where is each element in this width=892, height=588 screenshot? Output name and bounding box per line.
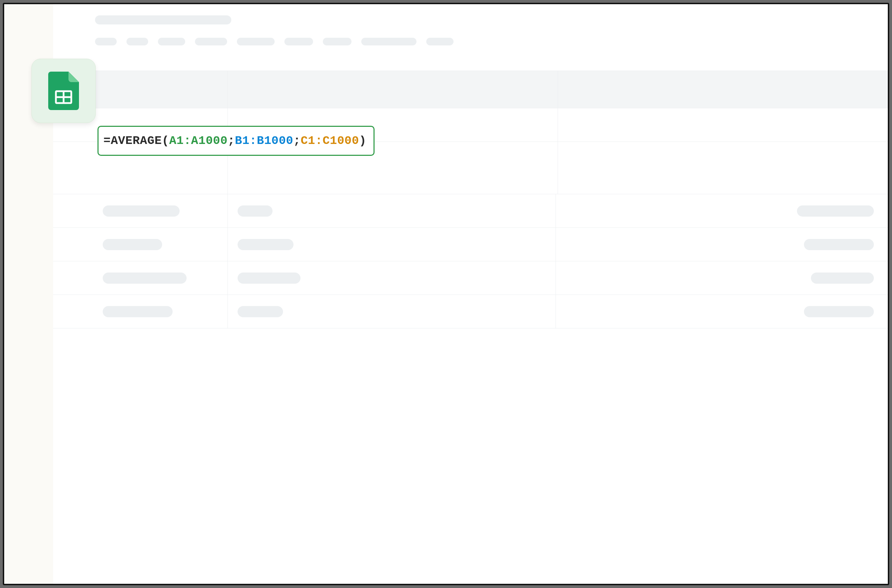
menu-placeholder	[285, 38, 313, 45]
menu-placeholder	[195, 38, 227, 45]
cell-placeholder	[103, 206, 180, 217]
column-header[interactable]	[558, 71, 888, 108]
app-frame: =AVERAGE(A1:A1000; B1:B1000; C1:C1000)	[3, 3, 889, 585]
main-area: =AVERAGE(A1:A1000; B1:B1000; C1:C1000)	[53, 4, 888, 584]
formula-cell[interactable]: =AVERAGE(A1:A1000; B1:B1000; C1:C1000)	[97, 126, 375, 156]
formula-prefix: =AVERAGE(	[103, 134, 169, 147]
menu-row	[95, 38, 888, 45]
spreadsheet-grid: =AVERAGE(A1:A1000; B1:B1000; C1:C1000)	[53, 70, 888, 584]
cell[interactable]	[558, 108, 888, 141]
formula-sep: ;	[228, 134, 235, 147]
cell-placeholder	[103, 239, 162, 250]
menu-placeholder	[158, 38, 185, 45]
toolbar	[53, 4, 888, 45]
formula-range-b: B1:B1000	[235, 134, 293, 147]
cell[interactable]	[556, 194, 888, 228]
google-sheets-icon	[48, 72, 79, 110]
cell[interactable]	[228, 228, 556, 261]
cell-placeholder	[811, 273, 874, 284]
cell[interactable]	[53, 194, 228, 228]
cell-placeholder	[238, 206, 273, 217]
cell-placeholder	[238, 273, 300, 284]
cell[interactable]	[556, 261, 888, 294]
title-placeholder	[95, 15, 231, 24]
cell[interactable]	[228, 194, 556, 228]
formula-suffix: )	[359, 134, 367, 147]
table-row	[53, 194, 888, 228]
cell[interactable]	[53, 261, 228, 294]
formula-range-a: A1:A1000	[169, 134, 228, 147]
cell-placeholder	[103, 306, 172, 317]
cell-placeholder	[238, 306, 283, 317]
cell-placeholder	[103, 273, 187, 284]
formula-sep: ;	[294, 134, 301, 147]
menu-placeholder	[95, 38, 117, 45]
cell[interactable]	[53, 295, 228, 328]
table-row	[53, 261, 888, 295]
menu-placeholder	[361, 38, 417, 45]
table-row	[53, 295, 888, 328]
menu-placeholder	[126, 38, 148, 45]
cell[interactable]	[556, 228, 888, 261]
table-row	[53, 228, 888, 261]
cell[interactable]	[558, 142, 888, 194]
column-header-row	[53, 70, 888, 108]
cell-placeholder	[238, 239, 294, 250]
cell[interactable]	[228, 261, 556, 294]
column-header[interactable]	[228, 71, 558, 108]
menu-placeholder	[237, 38, 274, 45]
cell[interactable]	[228, 295, 556, 328]
cell[interactable]	[556, 295, 888, 328]
sheets-icon-card	[31, 59, 96, 123]
cell[interactable]	[53, 228, 228, 261]
cell-placeholder	[804, 306, 874, 317]
cell-placeholder	[804, 239, 874, 250]
menu-placeholder	[323, 38, 351, 45]
formula-range-c: C1:C1000	[300, 134, 359, 147]
menu-placeholder	[426, 38, 454, 45]
cell-placeholder	[797, 206, 874, 217]
